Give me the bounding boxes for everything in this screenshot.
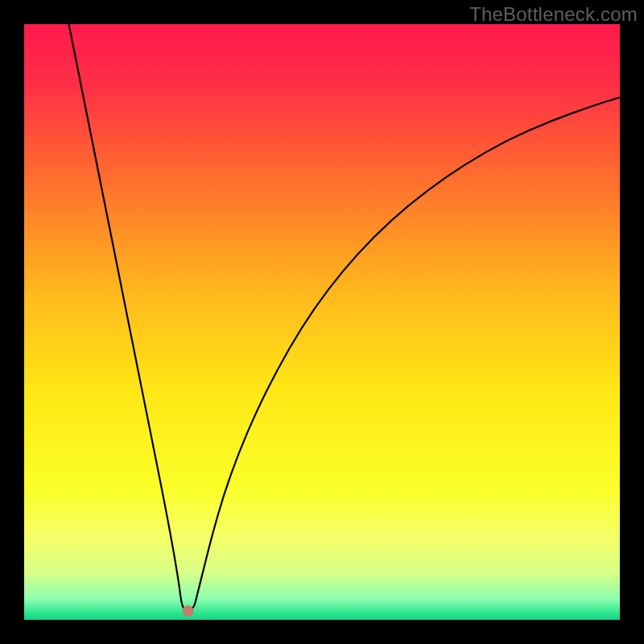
bottleneck-curve	[69, 24, 621, 610]
curve-layer	[24, 24, 620, 620]
min-marker	[183, 605, 194, 617]
watermark-text: TheBottleneck.com	[469, 3, 638, 26]
chart-stage: TheBottleneck.com	[0, 0, 644, 644]
plot-area	[24, 24, 620, 620]
